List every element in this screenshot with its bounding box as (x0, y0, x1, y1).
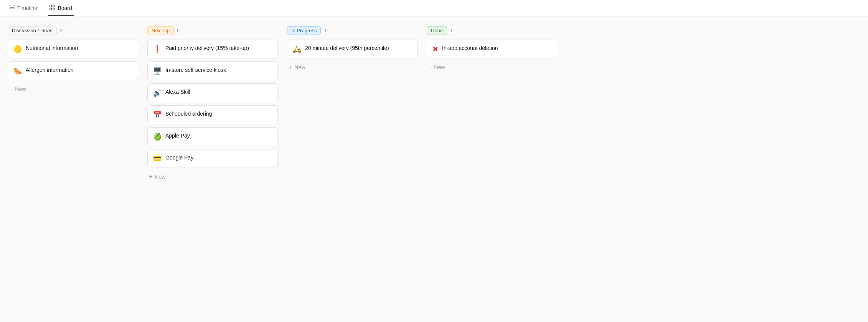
card-google-pay[interactable]: 💳Google Pay (147, 149, 278, 168)
card-text-alexa: Alexa Skill (165, 88, 190, 96)
column-header-done: Done1 (427, 26, 557, 35)
column-title-done: Done (427, 26, 447, 35)
card-paid-priority[interactable]: ❗Paid priority delivery (15% take-up) (147, 40, 278, 58)
svg-rect-2 (10, 8, 12, 9)
card-apple-pay[interactable]: 🍏Apple Pay (147, 127, 278, 146)
card-text-account-deletion: In-app account deletion (442, 45, 498, 52)
tab-board[interactable]: Board (48, 1, 73, 16)
svg-rect-0 (10, 5, 11, 6)
card-icon-kiosk: 🖥️ (153, 67, 162, 75)
plus-icon-in-progress: + (289, 64, 292, 71)
plus-icon-discussion-ideas: + (9, 86, 13, 93)
card-text-google-pay: Google Pay (165, 154, 193, 162)
column-count-next-up: 6 (177, 28, 180, 33)
column-next-up: Next Up6❗Paid priority delivery (15% tak… (147, 26, 278, 313)
tab-timeline-label: Timeline (17, 5, 37, 11)
card-text-nutritional: Nutritional information (26, 45, 78, 52)
plus-icon-next-up: + (149, 173, 152, 180)
card-icon-scheduled: 📅 (153, 111, 162, 119)
card-icon-google-pay: 💳 (153, 154, 162, 163)
card-alexa[interactable]: 🔊Alexa Skill (147, 83, 278, 102)
timeline-icon (9, 5, 15, 12)
card-text-kiosk: In-store self-service kiosk (165, 66, 226, 74)
card-text-delivery: 20 minute delivery (95th percentile) (305, 45, 389, 52)
card-text-paid-priority: Paid priority delivery (15% take-up) (165, 45, 249, 52)
card-text-allergen: Allergen information (26, 66, 74, 74)
column-title-next-up: Next Up (147, 26, 174, 35)
card-icon-allergen: 🌭 (13, 67, 22, 75)
column-title-discussion-ideas: Discussion / Ideas (8, 26, 57, 35)
column-count-discussion-ideas: 2 (60, 28, 63, 33)
column-header-in-progress: In Progress1 (287, 26, 417, 35)
new-button-in-progress[interactable]: +New (287, 61, 417, 73)
column-discussion-ideas: Discussion / Ideas2🟡Nutritional informat… (8, 26, 138, 313)
new-label-next-up: New (155, 174, 165, 180)
card-icon-apple-pay: 🍏 (153, 133, 162, 141)
svg-rect-1 (10, 7, 13, 8)
card-icon-delivery: 🛵 (293, 45, 301, 53)
column-header-next-up: Next Up6 (147, 26, 278, 35)
new-button-discussion-ideas[interactable]: +New (8, 83, 138, 95)
new-button-done[interactable]: +New (427, 61, 557, 73)
column-title-in-progress: In Progress (287, 26, 321, 35)
card-allergen[interactable]: 🌭Allergen information (8, 61, 138, 80)
new-label-in-progress: New (294, 64, 305, 70)
card-account-deletion[interactable]: ✖In-app account deletion (427, 40, 557, 58)
card-text-apple-pay: Apple Pay (165, 132, 190, 140)
column-count-in-progress: 1 (324, 28, 327, 33)
top-nav: Timeline Board (0, 0, 868, 17)
tab-timeline[interactable]: Timeline (8, 1, 39, 16)
new-label-discussion-ideas: New (15, 86, 26, 92)
card-icon-account-deletion: ✖ (432, 45, 438, 53)
card-icon-nutritional: 🟡 (13, 45, 22, 53)
card-text-scheduled: Scheduled ordering (165, 110, 212, 118)
column-count-done: 1 (450, 28, 453, 33)
svg-rect-6 (50, 5, 52, 7)
card-delivery[interactable]: 🛵20 minute delivery (95th percentile) (287, 40, 417, 58)
card-kiosk[interactable]: 🖥️In-store self-service kiosk (147, 61, 278, 80)
board-container: Discussion / Ideas2🟡Nutritional informat… (0, 17, 868, 322)
svg-rect-7 (53, 5, 55, 7)
column-header-discussion-ideas: Discussion / Ideas2 (8, 26, 138, 35)
new-button-next-up[interactable]: +New (147, 171, 278, 183)
board-icon (50, 5, 55, 12)
plus-icon-done: + (428, 64, 432, 71)
card-scheduled[interactable]: 📅Scheduled ordering (147, 105, 278, 124)
tab-board-label: Board (58, 5, 72, 11)
svg-rect-8 (50, 8, 52, 10)
card-nutritional[interactable]: 🟡Nutritional information (8, 40, 138, 58)
card-icon-alexa: 🔊 (153, 89, 162, 97)
column-in-progress: In Progress1🛵20 minute delivery (95th pe… (287, 26, 417, 313)
new-label-done: New (434, 64, 445, 70)
column-done: Done1✖In-app account deletion+New (427, 26, 557, 313)
svg-rect-9 (53, 8, 55, 10)
card-icon-paid-priority: ❗ (153, 45, 162, 53)
